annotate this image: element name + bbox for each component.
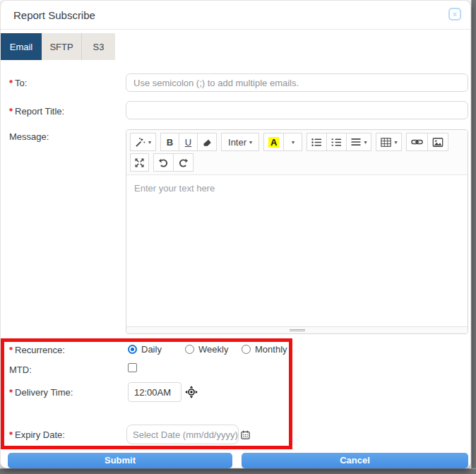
submit-button[interactable]: Submit xyxy=(8,453,232,468)
magic-style-button[interactable]: ▾ xyxy=(130,133,156,151)
recurrence-option-weekly[interactable]: Weekly xyxy=(185,344,228,355)
underline-label: U xyxy=(185,137,191,148)
expiry-date-label: *Expiry Date: xyxy=(9,429,65,440)
message-editor: ▾ B U Inter ▾ A xyxy=(126,129,468,334)
delivery-time-input[interactable] xyxy=(128,382,182,402)
page-scrollbar-vertical[interactable] xyxy=(471,0,476,474)
recurrence-label-text: Recurrence: xyxy=(15,345,65,355)
undo-icon xyxy=(158,158,169,167)
message-placeholder: Enter your text here xyxy=(134,183,215,194)
font-color-button[interactable]: A xyxy=(263,133,284,151)
table-button[interactable]: ▾ xyxy=(376,133,402,151)
history-group xyxy=(153,153,194,172)
expiry-date-input[interactable]: Select Date (mm/dd/yyyy) xyxy=(126,425,239,444)
delivery-time-label-text: Delivery Time: xyxy=(15,387,73,398)
ordered-list-icon xyxy=(331,138,342,147)
paragraph-align-icon xyxy=(351,138,361,146)
image-button[interactable] xyxy=(427,133,448,151)
table-icon xyxy=(381,138,391,147)
required-marker: * xyxy=(9,345,13,355)
radio-daily-label: Daily xyxy=(141,344,162,355)
font-color-dropdown-button[interactable]: ▾ xyxy=(283,133,302,151)
link-button[interactable] xyxy=(406,133,428,151)
style-group: ▾ xyxy=(130,133,156,151)
redo-button[interactable] xyxy=(173,153,194,172)
tab-s3[interactable]: S3 xyxy=(82,33,115,60)
mtd-label-text: MTD: xyxy=(9,365,32,375)
report-title-input[interactable] xyxy=(126,101,468,119)
cancel-button[interactable]: Cancel xyxy=(242,453,468,468)
message-text-area[interactable]: Enter your text here xyxy=(126,175,468,326)
bold-label: B xyxy=(167,137,173,148)
delivery-time-row: *Delivery Time: xyxy=(1,382,292,403)
required-marker: * xyxy=(9,429,13,440)
font-color-group: A ▾ xyxy=(263,133,302,151)
paragraph-group: ▾ xyxy=(307,133,371,151)
recurrence-option-daily[interactable]: Daily xyxy=(128,344,162,355)
clear-format-button[interactable] xyxy=(197,133,217,151)
required-marker: * xyxy=(9,106,13,117)
modal-title: Report Subscribe xyxy=(13,9,95,21)
radio-weekly[interactable] xyxy=(185,345,194,354)
required-marker: * xyxy=(9,78,13,88)
mtd-label: MTD: xyxy=(9,365,32,375)
report-title-label-text: Report Title: xyxy=(15,106,64,117)
resize-grip-icon xyxy=(290,328,305,332)
page-scrollbar-horizontal[interactable] xyxy=(0,468,476,474)
table-group: ▾ xyxy=(376,133,402,151)
bold-button[interactable]: B xyxy=(160,133,179,151)
redo-icon xyxy=(178,158,189,167)
underline-button[interactable]: U xyxy=(179,133,198,151)
modal-header: Report Subscribe × xyxy=(1,1,470,30)
editor-resize-handle[interactable] xyxy=(126,326,468,333)
unordered-list-button[interactable] xyxy=(307,133,327,151)
font-color-icon: A xyxy=(268,137,279,148)
ordered-list-button[interactable] xyxy=(326,133,347,151)
insert-group xyxy=(406,133,448,151)
unordered-list-icon xyxy=(311,138,322,147)
font-family-value: Inter xyxy=(228,137,246,148)
image-icon xyxy=(432,138,444,147)
tab-sftp[interactable]: SFTP xyxy=(42,33,82,60)
tab-email[interactable]: Email xyxy=(1,33,42,60)
timezone-locate-icon[interactable] xyxy=(185,386,198,398)
message-label: Message: xyxy=(9,131,49,142)
report-subscribe-modal: Report Subscribe × Email SFTP S3 *To: *R… xyxy=(0,0,471,468)
expiry-date-row: *Expiry Date: Select Date (mm/dd/yyyy) xyxy=(1,425,292,446)
calendar-icon xyxy=(241,430,250,439)
fullscreen-icon xyxy=(135,158,144,167)
recurrence-label: *Recurrence: xyxy=(9,345,65,355)
chevron-down-icon: ▾ xyxy=(394,139,397,146)
fullscreen-group xyxy=(130,153,149,172)
radio-daily[interactable] xyxy=(128,345,137,354)
radio-monthly-label: Monthly xyxy=(255,344,287,355)
chevron-down-icon: ▾ xyxy=(148,139,151,146)
tab-bar: Email SFTP S3 xyxy=(1,33,115,60)
eraser-icon xyxy=(202,138,212,147)
required-marker: * xyxy=(9,387,13,398)
radio-monthly[interactable] xyxy=(242,345,251,354)
close-icon[interactable]: × xyxy=(448,8,461,20)
chevron-down-icon: ▾ xyxy=(292,139,294,146)
expiry-date-label-text: Expiry Date: xyxy=(15,429,65,440)
to-label-text: To: xyxy=(15,78,27,88)
recurrence-option-monthly[interactable]: Monthly xyxy=(242,344,287,355)
mtd-checkbox[interactable] xyxy=(128,363,137,372)
expiry-date-placeholder: Select Date (mm/dd/yyyy) xyxy=(133,429,238,440)
delivery-time-label: *Delivery Time: xyxy=(9,387,73,398)
undo-button[interactable] xyxy=(153,153,174,172)
to-input[interactable] xyxy=(126,73,468,92)
editor-toolbar: ▾ B U Inter ▾ A xyxy=(126,130,468,175)
to-label: *To: xyxy=(9,78,27,88)
font-family-button[interactable]: Inter ▾ xyxy=(221,133,259,151)
message-label-text: Message: xyxy=(9,131,49,142)
link-icon xyxy=(411,138,423,146)
chevron-down-icon: ▾ xyxy=(364,139,367,146)
magic-wand-icon xyxy=(135,137,145,148)
font-style-group: B U xyxy=(160,133,217,151)
fullscreen-button[interactable] xyxy=(130,153,149,172)
paragraph-align-button[interactable]: ▾ xyxy=(346,133,371,151)
font-family-group: Inter ▾ xyxy=(221,133,259,151)
chevron-down-icon: ▾ xyxy=(249,139,252,146)
report-title-label: *Report Title: xyxy=(9,106,64,117)
